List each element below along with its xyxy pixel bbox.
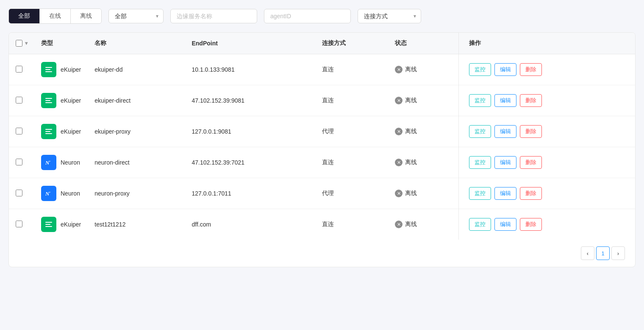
- svg-text:~: ~: [49, 159, 51, 163]
- edit-button[interactable]: 编辑: [494, 218, 516, 231]
- select-all-checkbox[interactable]: [16, 40, 22, 47]
- row-connection-cell: 直连: [315, 209, 389, 240]
- delete-button[interactable]: 删除: [520, 156, 542, 169]
- status-wrapper: ✕ 离线: [395, 221, 451, 228]
- action-cell: 监控 编辑 删除: [469, 156, 628, 169]
- monitor-button[interactable]: 监控: [469, 94, 491, 107]
- row-checkbox[interactable]: [16, 128, 22, 134]
- row-checkbox-cell: [9, 209, 34, 240]
- row-type-cell: eKuiper: [34, 209, 88, 240]
- edit-button[interactable]: 编辑: [494, 156, 516, 169]
- type-select[interactable]: 全部 eKuiper Neuron: [108, 9, 164, 23]
- header-endpoint: EndPoint: [185, 33, 315, 54]
- action-cell: 监控 编辑 删除: [469, 187, 628, 200]
- delete-button[interactable]: 删除: [520, 94, 542, 107]
- row-name-cell: test12t1212: [88, 209, 185, 240]
- table-row: eKuiper ekuiper-proxy 127.0.0.1:9081 代理 …: [9, 116, 635, 147]
- row-endpoint-cell: 47.102.152.39:7021: [185, 147, 315, 178]
- agent-id-input[interactable]: [264, 9, 351, 23]
- row-endpoint-cell: 10.1.0.133:9081: [185, 54, 315, 85]
- edit-button[interactable]: 编辑: [494, 125, 516, 138]
- row-connection-cell: 直连: [315, 147, 389, 178]
- row-type-label: Neuron: [61, 190, 80, 197]
- type-icon-wrapper: N ~ Neuron: [41, 155, 81, 170]
- tab-offline[interactable]: 离线: [71, 9, 101, 23]
- status-tab-group: 全部 在线 离线: [8, 8, 102, 24]
- connection-select[interactable]: 连接方式 直连 代理: [358, 9, 421, 23]
- table-row: N ~ Neuron neuron-direct 47.102.152.39:7…: [9, 147, 635, 178]
- edit-button[interactable]: 编辑: [494, 187, 516, 200]
- row-checkbox[interactable]: [16, 190, 22, 196]
- row-checkbox-cell: [9, 85, 34, 116]
- service-name-input[interactable]: [170, 9, 257, 23]
- row-name-cell: neuron-direct: [88, 147, 185, 178]
- row-status-cell: ✕ 离线: [388, 209, 458, 240]
- delete-button[interactable]: 删除: [520, 125, 542, 138]
- row-name-cell: neuron-proxy: [88, 178, 185, 209]
- delete-button[interactable]: 删除: [520, 218, 542, 231]
- row-checkbox[interactable]: [16, 159, 22, 165]
- row-type-label: Neuron: [61, 159, 80, 166]
- monitor-button[interactable]: 监控: [469, 156, 491, 169]
- row-status-cell: ✕ 离线: [388, 147, 458, 178]
- header-operations: 操作: [458, 33, 635, 54]
- row-type-label: eKuiper: [61, 221, 81, 228]
- table-header-row: ▾ 类型 名称 EndPoint 连接方式 状态 操作: [9, 33, 635, 54]
- row-type-cell: N ~ Neuron: [34, 147, 88, 178]
- tab-all[interactable]: 全部: [9, 9, 40, 23]
- status-wrapper: ✕ 离线: [395, 190, 451, 197]
- row-checkbox-cell: [9, 54, 34, 85]
- service-table: ▾ 类型 名称 EndPoint 连接方式 状态 操作: [9, 33, 635, 240]
- row-ops-cell: 监控 编辑 删除: [458, 54, 635, 85]
- monitor-button[interactable]: 监控: [469, 187, 491, 200]
- header-status: 状态: [388, 33, 458, 54]
- filter-bar: 全部 在线 离线 全部 eKuiper Neuron ▾ 连接方式 直连 代理 …: [8, 8, 636, 24]
- page-1-button[interactable]: 1: [596, 246, 610, 260]
- row-checkbox-cell: [9, 116, 34, 147]
- row-checkbox[interactable]: [16, 66, 22, 73]
- table-row: eKuiper ekuiper-direct 47.102.152.39:908…: [9, 85, 635, 116]
- ekuiper-icon: [41, 124, 56, 139]
- type-icon-wrapper: eKuiper: [41, 62, 81, 77]
- row-ops-cell: 监控 编辑 删除: [458, 209, 635, 240]
- row-ops-cell: 监控 编辑 删除: [458, 147, 635, 178]
- main-table-container: ▾ 类型 名称 EndPoint 连接方式 状态 操作: [8, 32, 636, 267]
- row-status-cell: ✕ 离线: [388, 178, 458, 209]
- delete-button[interactable]: 删除: [520, 187, 542, 200]
- monitor-button[interactable]: 监控: [469, 63, 491, 76]
- row-type-cell: eKuiper: [34, 85, 88, 116]
- neuron-icon: N ~: [41, 186, 56, 201]
- row-type-cell: eKuiper: [34, 116, 88, 147]
- status-icon: ✕: [395, 97, 402, 104]
- ekuiper-icon: [41, 93, 56, 108]
- type-icon-wrapper: N ~ Neuron: [41, 186, 81, 201]
- row-checkbox[interactable]: [16, 221, 22, 227]
- row-status-cell: ✕ 离线: [388, 54, 458, 85]
- row-connection-cell: 直连: [315, 85, 389, 116]
- row-status-cell: ✕ 离线: [388, 116, 458, 147]
- status-label: 离线: [405, 97, 417, 104]
- table-row: eKuiper ekuiper-dd 10.1.0.133:9081 直连 ✕ …: [9, 54, 635, 85]
- monitor-button[interactable]: 监控: [469, 218, 491, 231]
- row-endpoint-cell: 127.0.0.1:9081: [185, 116, 315, 147]
- status-icon: ✕: [395, 221, 402, 228]
- table-row: N ~ Neuron neuron-proxy 127.0.0.1:7011 代…: [9, 178, 635, 209]
- row-ops-cell: 监控 编辑 删除: [458, 116, 635, 147]
- delete-button[interactable]: 删除: [520, 63, 542, 76]
- type-icon-wrapper: eKuiper: [41, 217, 81, 232]
- action-cell: 监控 编辑 删除: [469, 218, 628, 231]
- edit-button[interactable]: 编辑: [494, 94, 516, 107]
- page-prev-button[interactable]: ‹: [581, 246, 594, 260]
- ekuiper-icon: [41, 62, 56, 77]
- type-select-wrapper: 全部 eKuiper Neuron ▾: [108, 9, 164, 23]
- monitor-button[interactable]: 监控: [469, 125, 491, 138]
- status-icon: ✕: [395, 159, 402, 166]
- edit-button[interactable]: 编辑: [494, 63, 516, 76]
- svg-text:~: ~: [49, 190, 51, 194]
- row-name-cell: ekuiper-proxy: [88, 116, 185, 147]
- status-label: 离线: [405, 190, 417, 197]
- status-wrapper: ✕ 离线: [395, 128, 451, 135]
- page-next-button[interactable]: ›: [611, 246, 625, 260]
- tab-online[interactable]: 在线: [40, 9, 71, 23]
- row-checkbox[interactable]: [16, 97, 22, 103]
